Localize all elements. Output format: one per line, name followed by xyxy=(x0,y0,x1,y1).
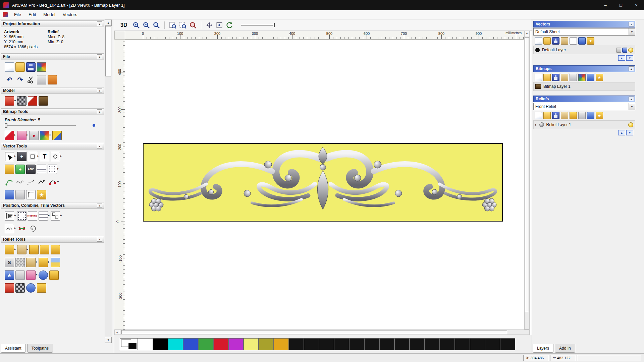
palette-swatch[interactable] xyxy=(183,338,198,350)
flyout-arrow[interactable]: ▸ xyxy=(14,154,16,158)
collapse-icon[interactable]: ▲ xyxy=(97,237,102,242)
slider-track[interactable] xyxy=(5,125,76,126)
palette-swatch[interactable] xyxy=(334,338,349,350)
dropdown-arrow-icon[interactable]: ▼ xyxy=(629,103,635,110)
reliefs-section-header[interactable]: Reliefs ▲ xyxy=(533,96,635,102)
vectors-section-header[interactable]: Vectors ▲ xyxy=(533,21,635,27)
wrap-spiral-icon[interactable] xyxy=(28,224,37,233)
collapse-icon[interactable]: ▲ xyxy=(97,21,102,26)
node-editing-icon[interactable] xyxy=(48,177,57,187)
move-layer-up-icon[interactable]: ▲ xyxy=(618,130,625,135)
collapse-icon[interactable]: ▲ xyxy=(97,109,102,114)
circular-copy-icon[interactable] xyxy=(17,211,26,221)
flyout-arrow[interactable]: ▸ xyxy=(14,214,16,217)
palette-swatch[interactable] xyxy=(319,338,334,350)
flyout-arrow[interactable]: ▸ xyxy=(36,260,38,263)
export-model-icon[interactable] xyxy=(37,62,46,72)
zoom-objects-icon[interactable] xyxy=(152,21,161,29)
merge-bitmap-icon[interactable] xyxy=(570,74,577,81)
palette-swatch[interactable] xyxy=(153,338,168,350)
relief-texture-icon[interactable] xyxy=(15,283,25,293)
relief-layer-icon[interactable] xyxy=(37,283,46,293)
menu-model[interactable]: Model xyxy=(40,11,59,18)
open-bitmap-icon[interactable] xyxy=(543,74,551,81)
sheet-select[interactable]: Default Sheet ▼ xyxy=(533,28,635,36)
flyout-arrow[interactable]: ▸ xyxy=(57,180,59,183)
align-objects-icon[interactable] xyxy=(5,211,14,221)
canvas-horizontal-scrollbar[interactable]: ▸ xyxy=(114,329,530,335)
copy-icon[interactable] xyxy=(37,75,46,84)
scroll-up-button[interactable]: ▲ xyxy=(105,20,112,26)
new-bitmap-layer-icon[interactable] xyxy=(535,74,542,81)
paint-colour-dot[interactable] xyxy=(93,124,95,127)
paste-icon[interactable] xyxy=(48,75,57,84)
new-relief-layer-icon[interactable] xyxy=(535,112,542,119)
drawing-canvas[interactable] xyxy=(125,40,524,329)
snap-toggle-icon[interactable] xyxy=(215,21,224,29)
calculate-relief-icon[interactable] xyxy=(570,112,577,119)
unwrap-relief-icon[interactable] xyxy=(15,270,25,280)
create-text-icon[interactable]: T xyxy=(40,152,49,161)
menu-edit[interactable]: Edit xyxy=(25,11,40,18)
delete-bitmap-layer-icon[interactable] xyxy=(587,74,594,81)
grid-icon[interactable] xyxy=(37,165,46,174)
redo-icon[interactable]: ↷ xyxy=(15,75,25,84)
fillet-icon[interactable] xyxy=(26,190,36,199)
palette-swatch[interactable] xyxy=(304,338,319,350)
select-vectors-icon[interactable] xyxy=(5,152,14,161)
palette-swatch[interactable] xyxy=(410,338,425,350)
flyout-arrow[interactable]: ▸ xyxy=(60,154,62,158)
move-layer-up-icon[interactable]: ▲ xyxy=(618,55,625,61)
new-model-icon[interactable] xyxy=(5,62,14,72)
smooth-relief-icon[interactable] xyxy=(17,245,26,254)
vector-doctor-icon[interactable]: ★ xyxy=(37,190,46,199)
texture-relief-icon[interactable] xyxy=(15,258,25,267)
flyout-arrow[interactable]: ▸ xyxy=(14,133,16,136)
palette-swatch[interactable] xyxy=(228,338,244,350)
model-image-icon[interactable] xyxy=(39,96,48,106)
expand-layer-icon[interactable]: ▸ xyxy=(535,123,537,126)
new-vector-layer-icon[interactable] xyxy=(535,37,542,45)
scroll-left-button[interactable]: ▸ xyxy=(115,330,120,335)
palette-swatch[interactable] xyxy=(138,338,153,350)
smooth-curve-icon[interactable] xyxy=(15,177,25,187)
collapse-icon[interactable]: ▲ xyxy=(97,203,102,208)
create-polyline-icon[interactable]: + xyxy=(15,165,25,174)
tab-toolpaths[interactable]: Toolpaths xyxy=(27,344,53,353)
assistant-scrollbar[interactable]: ▲ ▼ xyxy=(105,19,112,343)
palette-swatch[interactable] xyxy=(213,338,228,350)
flyout-arrow[interactable]: ▸ xyxy=(14,226,16,230)
redraw-icon[interactable] xyxy=(225,21,234,29)
measure-icon[interactable] xyxy=(5,165,14,174)
flyout-arrow[interactable]: ▸ xyxy=(14,247,16,251)
layer-visibility-icon[interactable] xyxy=(628,48,633,53)
palette-swatch[interactable] xyxy=(500,338,515,350)
vertical-scroll-thumb[interactable] xyxy=(525,37,529,312)
menu-file[interactable]: File xyxy=(10,11,25,18)
bitmap-layer-row[interactable]: Bitmap Layer 1 xyxy=(533,82,635,91)
horizontal-scroll-thumb[interactable] xyxy=(121,330,507,334)
palette-swatch[interactable] xyxy=(425,338,440,350)
palette-swatch[interactable] xyxy=(349,338,364,350)
close-button[interactable]: × xyxy=(629,0,644,10)
tab-layers[interactable]: Layers xyxy=(533,344,553,353)
weave-vectors-icon[interactable] xyxy=(17,224,26,233)
flyout-arrow[interactable]: ▸ xyxy=(27,133,29,136)
paste-along-curve-icon[interactable] xyxy=(51,211,60,221)
artwork[interactable] xyxy=(143,143,503,222)
maximize-button[interactable]: □ xyxy=(613,0,629,10)
save-bitmap-icon[interactable] xyxy=(552,74,559,81)
transform-vectors-icon[interactable]: + xyxy=(17,152,26,161)
section-header-vector-tools[interactable]: Vector Tools ▲ xyxy=(1,143,104,149)
vector-options-icon[interactable]: ★ xyxy=(587,37,594,45)
relief-options-icon[interactable]: ★ xyxy=(596,112,603,119)
save-model-icon[interactable] xyxy=(26,62,36,72)
view-3d-button[interactable]: 3D xyxy=(118,21,129,29)
palette-swatch[interactable] xyxy=(198,338,213,350)
dropdown-arrow-icon[interactable]: ▼ xyxy=(629,28,635,35)
zoom-in-icon[interactable]: + xyxy=(132,21,141,29)
collapse-icon[interactable]: ▲ xyxy=(97,54,102,59)
section-header-bitmap-tools[interactable]: Bitmap Tools ▲ xyxy=(1,108,104,115)
zoom-out-icon[interactable]: − xyxy=(142,21,151,29)
slider-handle[interactable] xyxy=(5,123,7,128)
